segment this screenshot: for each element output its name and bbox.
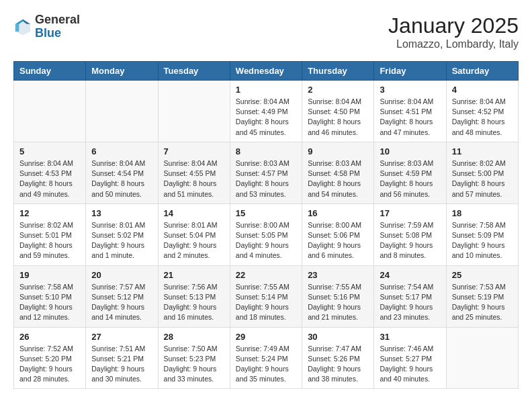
day-info: Sunrise: 7:49 AM Sunset: 5:24 PM Dayligh… [236, 344, 296, 385]
day-info: Sunrise: 7:52 AM Sunset: 5:20 PM Dayligh… [19, 344, 80, 385]
calendar-table: SundayMondayTuesdayWednesdayThursdayFrid… [13, 61, 519, 389]
day-number: 4 [452, 85, 513, 95]
weekday-header: Monday [86, 62, 158, 81]
day-info: Sunrise: 8:01 AM Sunset: 5:04 PM Dayligh… [164, 220, 224, 261]
day-info: Sunrise: 8:04 AM Sunset: 4:51 PM Dayligh… [380, 97, 440, 138]
day-number: 24 [380, 270, 440, 280]
day-number: 29 [236, 332, 296, 342]
title-section: January 2025 Lomazzo, Lombardy, Italy [388, 13, 519, 50]
weekday-header: Tuesday [158, 62, 230, 81]
calendar-day-cell: 11Sunrise: 8:02 AM Sunset: 5:00 PM Dayli… [446, 142, 518, 203]
day-info: Sunrise: 8:02 AM Sunset: 5:00 PM Dayligh… [452, 158, 513, 199]
day-info: Sunrise: 8:04 AM Sunset: 4:52 PM Dayligh… [452, 97, 513, 138]
calendar-day-cell [446, 327, 518, 389]
calendar-day-cell [158, 81, 230, 142]
calendar-day-cell: 10Sunrise: 8:03 AM Sunset: 4:59 PM Dayli… [374, 142, 446, 203]
calendar-day-cell: 31Sunrise: 7:46 AM Sunset: 5:27 PM Dayli… [374, 327, 446, 389]
day-info: Sunrise: 8:04 AM Sunset: 4:50 PM Dayligh… [308, 97, 368, 138]
day-info: Sunrise: 7:54 AM Sunset: 5:17 PM Dayligh… [380, 282, 440, 323]
calendar-week-row: 12Sunrise: 8:02 AM Sunset: 5:01 PM Dayli… [14, 203, 519, 265]
day-info: Sunrise: 7:50 AM Sunset: 5:23 PM Dayligh… [164, 344, 224, 385]
day-number: 25 [452, 270, 513, 280]
calendar-day-cell: 13Sunrise: 8:01 AM Sunset: 5:02 PM Dayli… [86, 203, 158, 265]
calendar-week-row: 19Sunrise: 7:58 AM Sunset: 5:10 PM Dayli… [14, 265, 519, 327]
day-info: Sunrise: 7:51 AM Sunset: 5:21 PM Dayligh… [91, 344, 152, 385]
day-info: Sunrise: 8:01 AM Sunset: 5:02 PM Dayligh… [91, 220, 152, 261]
day-info: Sunrise: 7:56 AM Sunset: 5:13 PM Dayligh… [164, 282, 224, 323]
calendar-day-cell: 19Sunrise: 7:58 AM Sunset: 5:10 PM Dayli… [14, 265, 86, 327]
logo-general-text: General [35, 13, 80, 27]
page-header: General Blue January 2025 Lomazzo, Lomba… [13, 13, 519, 50]
weekday-header: Wednesday [230, 62, 302, 81]
day-info: Sunrise: 7:47 AM Sunset: 5:26 PM Dayligh… [308, 344, 368, 385]
calendar-day-cell: 4Sunrise: 8:04 AM Sunset: 4:52 PM Daylig… [446, 81, 518, 142]
logo: General Blue [13, 13, 80, 40]
calendar-day-cell: 15Sunrise: 8:00 AM Sunset: 5:05 PM Dayli… [230, 203, 302, 265]
day-number: 21 [164, 270, 224, 280]
day-number: 9 [308, 146, 368, 156]
day-info: Sunrise: 8:03 AM Sunset: 4:58 PM Dayligh… [308, 158, 368, 199]
calendar-day-cell: 26Sunrise: 7:52 AM Sunset: 5:20 PM Dayli… [14, 327, 86, 389]
day-number: 10 [380, 146, 440, 156]
day-info: Sunrise: 8:02 AM Sunset: 5:01 PM Dayligh… [19, 220, 80, 261]
calendar-header-row: SundayMondayTuesdayWednesdayThursdayFrid… [14, 62, 519, 81]
day-info: Sunrise: 8:04 AM Sunset: 4:53 PM Dayligh… [19, 158, 80, 199]
calendar-day-cell: 24Sunrise: 7:54 AM Sunset: 5:17 PM Dayli… [374, 265, 446, 327]
month-year-title: January 2025 [388, 13, 519, 38]
day-number: 7 [164, 146, 224, 156]
calendar-day-cell: 16Sunrise: 8:00 AM Sunset: 5:06 PM Dayli… [302, 203, 374, 265]
day-number: 20 [91, 270, 152, 280]
day-info: Sunrise: 8:00 AM Sunset: 5:06 PM Dayligh… [308, 220, 368, 261]
day-number: 16 [308, 208, 368, 218]
day-number: 12 [19, 208, 80, 218]
calendar-week-row: 26Sunrise: 7:52 AM Sunset: 5:20 PM Dayli… [14, 327, 519, 389]
calendar-day-cell: 30Sunrise: 7:47 AM Sunset: 5:26 PM Dayli… [302, 327, 374, 389]
day-info: Sunrise: 7:59 AM Sunset: 5:08 PM Dayligh… [380, 220, 440, 261]
day-number: 26 [19, 332, 80, 342]
day-number: 8 [236, 146, 296, 156]
day-number: 1 [236, 85, 296, 95]
calendar-week-row: 1Sunrise: 8:04 AM Sunset: 4:49 PM Daylig… [14, 81, 519, 142]
svg-marker-3 [15, 24, 19, 32]
weekday-header: Sunday [14, 62, 86, 81]
day-number: 6 [91, 146, 152, 156]
location-subtitle: Lomazzo, Lombardy, Italy [388, 38, 519, 50]
day-info: Sunrise: 7:53 AM Sunset: 5:19 PM Dayligh… [452, 282, 513, 323]
day-info: Sunrise: 8:00 AM Sunset: 5:05 PM Dayligh… [236, 220, 296, 261]
day-number: 30 [308, 332, 368, 342]
day-info: Sunrise: 7:55 AM Sunset: 5:16 PM Dayligh… [308, 282, 368, 323]
day-number: 28 [164, 332, 224, 342]
calendar-day-cell: 12Sunrise: 8:02 AM Sunset: 5:01 PM Dayli… [14, 203, 86, 265]
calendar-day-cell [86, 81, 158, 142]
day-info: Sunrise: 7:57 AM Sunset: 5:12 PM Dayligh… [91, 282, 152, 323]
calendar-day-cell: 18Sunrise: 7:58 AM Sunset: 5:09 PM Dayli… [446, 203, 518, 265]
day-number: 27 [91, 332, 152, 342]
day-number: 31 [380, 332, 440, 342]
calendar-day-cell: 6Sunrise: 8:04 AM Sunset: 4:54 PM Daylig… [86, 142, 158, 203]
day-number: 19 [19, 270, 80, 280]
day-number: 5 [19, 146, 80, 156]
weekday-header: Thursday [302, 62, 374, 81]
calendar-day-cell: 1Sunrise: 8:04 AM Sunset: 4:49 PM Daylig… [230, 81, 302, 142]
logo-blue-text: Blue [35, 27, 80, 40]
day-info: Sunrise: 8:03 AM Sunset: 4:57 PM Dayligh… [236, 158, 296, 199]
calendar-day-cell: 9Sunrise: 8:03 AM Sunset: 4:58 PM Daylig… [302, 142, 374, 203]
calendar-day-cell: 29Sunrise: 7:49 AM Sunset: 5:24 PM Dayli… [230, 327, 302, 389]
day-number: 15 [236, 208, 296, 218]
logo-text: General Blue [35, 13, 80, 40]
weekday-header: Saturday [446, 62, 518, 81]
calendar-day-cell: 5Sunrise: 8:04 AM Sunset: 4:53 PM Daylig… [14, 142, 86, 203]
day-info: Sunrise: 8:04 AM Sunset: 4:54 PM Dayligh… [91, 158, 152, 199]
day-number: 18 [452, 208, 513, 218]
day-number: 11 [452, 146, 513, 156]
day-info: Sunrise: 7:58 AM Sunset: 5:09 PM Dayligh… [452, 220, 513, 261]
calendar-day-cell: 27Sunrise: 7:51 AM Sunset: 5:21 PM Dayli… [86, 327, 158, 389]
day-info: Sunrise: 8:04 AM Sunset: 4:55 PM Dayligh… [164, 158, 224, 199]
day-number: 14 [164, 208, 224, 218]
weekday-header: Friday [374, 62, 446, 81]
calendar-day-cell: 17Sunrise: 7:59 AM Sunset: 5:08 PM Dayli… [374, 203, 446, 265]
calendar-day-cell: 25Sunrise: 7:53 AM Sunset: 5:19 PM Dayli… [446, 265, 518, 327]
day-number: 13 [91, 208, 152, 218]
day-number: 23 [308, 270, 368, 280]
calendar-day-cell: 21Sunrise: 7:56 AM Sunset: 5:13 PM Dayli… [158, 265, 230, 327]
